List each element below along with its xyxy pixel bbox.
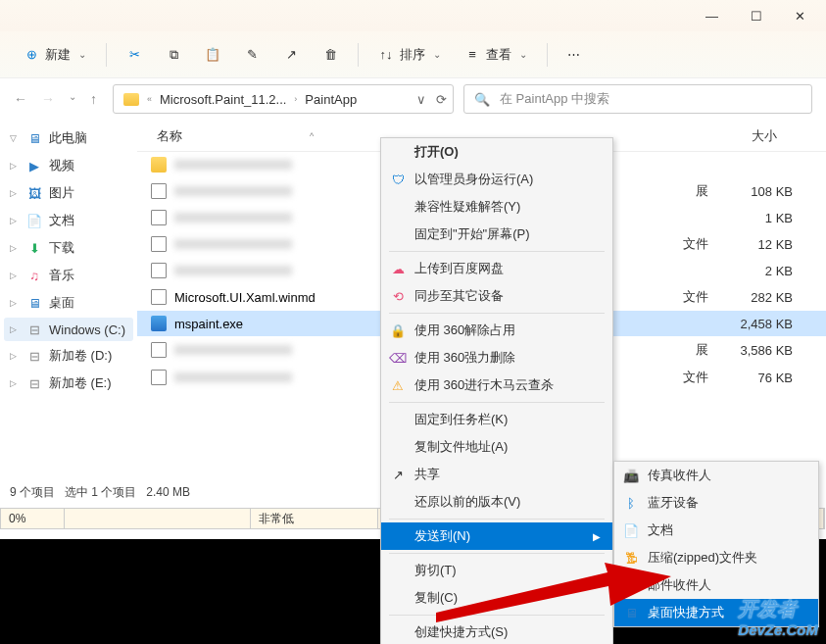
file-icon (151, 316, 167, 331)
delete-button[interactable]: 🗑 (313, 41, 348, 69)
separator (547, 43, 548, 67)
sort-label: 排序 (400, 46, 425, 64)
more-button[interactable]: ⋯ (558, 41, 590, 68)
path-input[interactable]: « Microsoft.Paint_11.2... › PaintApp ∨ ⟳ (113, 84, 454, 114)
file-name (174, 211, 292, 225)
chevron-right-icon: › (294, 94, 297, 104)
chevron-icon: ▷ (10, 271, 20, 280)
sort-button[interactable]: ↑↓ 排序 ⌄ (368, 40, 451, 70)
menu-360-scan[interactable]: ⚠使用 360进行木马云查杀 (381, 372, 612, 399)
sidebar-item[interactable]: ▷🖼图片 (4, 180, 133, 206)
refresh-button[interactable]: ⟳ (436, 92, 447, 107)
sidebar-icon: 📄 (25, 213, 43, 228)
chevron-icon: ▷ (10, 216, 20, 225)
path-dropdown-icon[interactable]: ∨ (416, 92, 426, 107)
sidebar-label: 视频 (49, 157, 74, 174)
sidebar-label: 音乐 (49, 267, 74, 284)
copy-button[interactable]: ⧉ (156, 41, 191, 69)
file-icon (151, 342, 167, 358)
share-button[interactable]: ↗ (273, 41, 309, 69)
menu-send-to[interactable]: 发送到(N)▶ (381, 522, 612, 550)
back-button[interactable]: ← (14, 91, 27, 107)
file-icon (151, 370, 167, 385)
red-arrow-annotation (436, 559, 671, 627)
file-size: 12 KB (718, 237, 816, 252)
titlebar: — ☐ ✕ (0, 0, 826, 31)
chevron-icon: ▷ (10, 188, 20, 198)
sidebar-item[interactable]: ▷📄文档 (4, 208, 133, 233)
file-name (174, 184, 292, 199)
file-icon (151, 157, 167, 173)
menu-copy-path[interactable]: 复制文件地址(A) (381, 433, 612, 461)
sort-indicator-icon: ^ (310, 131, 314, 141)
sidebar-item[interactable]: ▷⊟Windows (C:) (4, 318, 133, 341)
scan-icon: ⚠ (389, 378, 407, 393)
sidebar-item[interactable]: ▷⬇下载 (4, 235, 133, 261)
minimize-button[interactable]: — (690, 0, 734, 31)
menu-run-admin[interactable]: 🛡以管理员身份运行(A) (381, 166, 612, 193)
progress-percent: 0% (1, 509, 65, 528)
menu-360-delete[interactable]: ⌫使用 360强力删除 (381, 344, 612, 372)
menu-360-unblock[interactable]: 🔒使用 360解除占用 (381, 317, 612, 344)
file-icon (151, 210, 167, 225)
documents-icon: 📄 (622, 523, 640, 538)
menu-compat[interactable]: 兼容性疑难解答(Y) (381, 193, 612, 221)
new-button[interactable]: ⊕ 新建 ⌄ (14, 40, 96, 70)
sidebar-label: 下载 (49, 239, 74, 257)
close-button[interactable]: ✕ (778, 0, 822, 31)
scissors-icon: ✂ (126, 47, 142, 63)
file-ext: 文件 (650, 369, 718, 386)
paste-button[interactable]: 📋 (195, 41, 230, 69)
sidebar: ▽🖥此电脑▷▶视频▷🖼图片▷📄文档▷⬇下载▷♫音乐▷🖥桌面▷⊟Windows (… (0, 120, 137, 482)
lock-icon: 🔒 (389, 323, 407, 338)
sidebar-item[interactable]: ▷🖥桌面 (4, 290, 133, 316)
file-size: 282 KB (718, 290, 816, 305)
bluetooth-icon: ᛒ (622, 496, 640, 511)
sidebar-item[interactable]: ▽🖥此电脑 (4, 125, 133, 151)
share-icon: ↗ (389, 468, 407, 482)
column-name[interactable]: 名称 (157, 127, 182, 145)
sendto-documents[interactable]: 📄文档 (614, 517, 818, 544)
shredder-icon: ⌫ (389, 351, 407, 366)
rename-button[interactable]: ✎ (234, 41, 269, 69)
cut-button[interactable]: ✂ (117, 41, 152, 69)
sendto-fax[interactable]: 📠传真收件人 (614, 462, 818, 489)
maximize-button[interactable]: ☐ (734, 0, 778, 31)
share-icon: ↗ (283, 47, 299, 63)
chevron-icon: ▷ (10, 161, 20, 171)
menu-pin-start[interactable]: 固定到"开始"屏幕(P) (381, 221, 612, 248)
sendto-bluetooth[interactable]: ᛒ蓝牙设备 (614, 489, 818, 517)
sidebar-item[interactable]: ▷♫音乐 (4, 263, 133, 288)
menu-open[interactable]: 打开(O) (381, 138, 612, 166)
search-input[interactable]: 🔍 在 PaintApp 中搜索 (463, 84, 812, 114)
more-icon: ⋯ (567, 47, 580, 62)
menu-pin-taskbar[interactable]: 固定到任务栏(K) (381, 406, 612, 433)
paste-icon: 📋 (205, 47, 220, 63)
sidebar-item[interactable]: ▷▶视频 (4, 153, 133, 178)
menu-previous-versions[interactable]: 还原以前的版本(V) (381, 488, 612, 516)
file-name (174, 158, 292, 173)
chevron-down-icon[interactable]: ⌄ (69, 91, 76, 107)
path-segment[interactable]: Microsoft.Paint_11.2... (156, 90, 290, 109)
menu-sync[interactable]: ⟲同步至其它设备 (381, 282, 612, 310)
sidebar-item[interactable]: ▷⊟新加卷 (D:) (4, 343, 133, 369)
forward-button[interactable]: → (41, 91, 55, 107)
menu-baidu-upload[interactable]: ☁上传到百度网盘 (381, 255, 612, 282)
column-size[interactable]: 大小 (689, 127, 816, 145)
item-count: 9 个项目 (10, 484, 55, 501)
menu-share[interactable]: ↗共享 (381, 461, 612, 488)
sidebar-item[interactable]: ▷⊟新加卷 (E:) (4, 371, 133, 396)
chevron-icon: ▷ (10, 378, 20, 388)
file-name: mspaint.exe (174, 317, 243, 331)
rename-icon: ✎ (244, 47, 260, 63)
file-ext: 文件 (650, 235, 718, 253)
view-button[interactable]: ≡ 查看 ⌄ (455, 40, 537, 70)
new-label: 新建 (45, 46, 71, 64)
fax-icon: 📠 (622, 469, 640, 483)
file-name (174, 343, 292, 358)
sidebar-label: 此电脑 (49, 129, 87, 147)
folder-icon (120, 91, 143, 108)
path-segment[interactable]: PaintApp (301, 90, 361, 109)
up-button[interactable]: ↑ (90, 91, 97, 107)
chevron-icon: ▷ (10, 324, 20, 334)
